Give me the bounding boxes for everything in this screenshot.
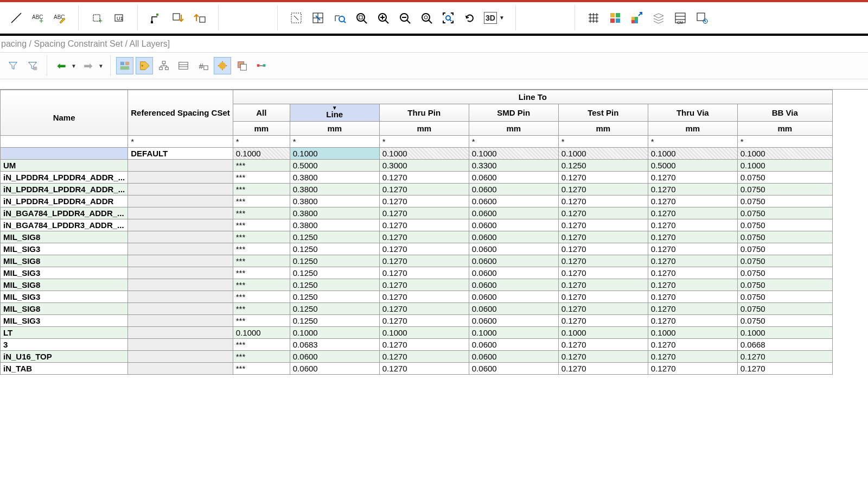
value-cell[interactable]: 0.1270 xyxy=(379,219,469,231)
ref-cell[interactable] xyxy=(128,279,233,291)
value-cell[interactable]: 0.0750 xyxy=(737,291,832,303)
value-cell[interactable]: 0.1270 xyxy=(379,279,469,291)
name-cell[interactable]: iN_LPDDR4_LPDDR4_ADDR_... xyxy=(1,184,128,195)
filter-cell[interactable]: * xyxy=(379,136,469,148)
value-cell[interactable]: 0.0750 xyxy=(737,243,832,255)
table-row[interactable]: UM***0.50000.30000.33000.12500.50000.100… xyxy=(1,160,833,172)
table-row[interactable]: MIL_SIG8***0.12500.12700.06000.12700.127… xyxy=(1,255,833,267)
value-cell[interactable]: 0.1270 xyxy=(379,339,469,351)
add-component-icon[interactable]: + xyxy=(87,8,107,28)
name-cell[interactable]: iN_BGA784_LPDDR4_ADDR_... xyxy=(1,207,128,219)
color-palette-icon[interactable] xyxy=(605,8,625,28)
value-cell[interactable]: 0.1250 xyxy=(290,291,379,303)
value-cell[interactable]: *** xyxy=(233,255,290,267)
value-cell[interactable]: 0.0750 xyxy=(737,172,832,184)
name-cell[interactable]: iN_LPDDR4_LPDDR4_ADDR xyxy=(1,195,128,207)
filter-cell[interactable]: * xyxy=(233,136,290,148)
ref-cell[interactable] xyxy=(128,327,233,339)
name-cell[interactable]: MIL_SIG3 xyxy=(1,267,128,279)
ref-cell[interactable]: DEFAULT xyxy=(128,148,233,160)
name-cell[interactable]: MIL_SIG3 xyxy=(1,291,128,303)
value-cell[interactable]: 0.0600 xyxy=(469,243,558,255)
col-bbvia[interactable]: BB Via xyxy=(737,104,832,122)
value-cell[interactable]: 0.1270 xyxy=(648,255,737,267)
value-cell[interactable]: 0.1000 xyxy=(290,148,379,160)
value-cell[interactable]: 0.1270 xyxy=(648,303,737,315)
name-cell[interactable]: MIL_SIG3 xyxy=(1,315,128,327)
value-cell[interactable]: 0.0600 xyxy=(469,219,558,231)
name-cell[interactable]: MIL_SIG8 xyxy=(1,231,128,243)
value-cell[interactable]: 0.1000 xyxy=(558,327,648,339)
filter-cell[interactable]: * xyxy=(737,136,832,148)
value-cell[interactable]: 0.1270 xyxy=(558,363,648,375)
value-cell[interactable]: 0.1270 xyxy=(558,207,648,219)
table-row[interactable]: MIL_SIG3***0.12500.12700.06000.12700.127… xyxy=(1,267,833,279)
name-cell[interactable]: MIL_SIG3 xyxy=(1,243,128,255)
value-cell[interactable]: 0.0600 xyxy=(469,315,558,327)
view-mode-1-icon[interactable] xyxy=(116,57,133,74)
ref-cell[interactable] xyxy=(128,339,233,351)
value-cell[interactable]: 0.1270 xyxy=(379,231,469,243)
value-cell[interactable]: 0.1250 xyxy=(290,243,379,255)
value-cell[interactable]: *** xyxy=(233,184,290,195)
value-cell[interactable]: 0.1270 xyxy=(379,184,469,195)
value-cell[interactable]: 0.1270 xyxy=(558,184,648,195)
value-cell[interactable]: 0.1270 xyxy=(379,315,469,327)
zoom-in-icon[interactable] xyxy=(373,8,393,28)
value-cell[interactable]: 0.0600 xyxy=(290,351,379,363)
value-cell[interactable]: 0.1270 xyxy=(379,195,469,207)
value-cell[interactable]: 0.0750 xyxy=(737,303,832,315)
value-cell[interactable]: 0.0668 xyxy=(737,339,832,351)
value-cell[interactable]: 0.0600 xyxy=(469,231,558,243)
col-thruvia[interactable]: Thru Via xyxy=(648,104,737,122)
value-cell[interactable]: 0.0683 xyxy=(290,339,379,351)
value-cell[interactable]: 0.1270 xyxy=(558,351,648,363)
value-cell[interactable]: 0.0750 xyxy=(737,231,832,243)
value-cell[interactable]: 0.1000 xyxy=(469,327,558,339)
find-zoom-icon[interactable] xyxy=(330,8,349,28)
filter1-icon[interactable] xyxy=(4,57,22,74)
highlight-icon[interactable] xyxy=(214,57,231,74)
value-cell[interactable]: 0.1270 xyxy=(558,243,648,255)
table-row[interactable]: LT0.10000.10000.10000.10000.10000.10000.… xyxy=(1,327,833,339)
name-cell[interactable] xyxy=(1,148,128,160)
value-cell[interactable]: *** xyxy=(233,279,290,291)
value-cell[interactable]: 0.1270 xyxy=(558,315,648,327)
filter-cell[interactable]: * xyxy=(290,136,379,148)
value-cell[interactable]: 0.0600 xyxy=(469,291,558,303)
ref-cell[interactable] xyxy=(128,184,233,195)
value-cell[interactable]: 0.1270 xyxy=(379,243,469,255)
table-row[interactable]: MIL_SIG3***0.12500.12700.06000.12700.127… xyxy=(1,243,833,255)
ref-cell[interactable] xyxy=(128,231,233,243)
name-cell[interactable]: MIL_SIG8 xyxy=(1,279,128,291)
value-cell[interactable]: 0.1270 xyxy=(648,291,737,303)
value-cell[interactable]: 0.1000 xyxy=(737,148,832,160)
col-thrupin[interactable]: Thru Pin xyxy=(379,104,469,122)
filter-ref[interactable]: * xyxy=(128,136,233,148)
3d-button[interactable]: 3D ▼ xyxy=(482,8,507,28)
col-line[interactable]: ▼ Line xyxy=(290,104,379,122)
value-cell[interactable]: 0.1000 xyxy=(737,160,832,172)
nav-back-button[interactable]: ⬅ xyxy=(53,57,70,74)
filter-cell[interactable]: * xyxy=(469,136,558,148)
value-cell[interactable]: *** xyxy=(233,219,290,231)
value-cell[interactable]: 0.1270 xyxy=(558,231,648,243)
ref-cell[interactable] xyxy=(128,172,233,184)
value-cell[interactable]: 0.1270 xyxy=(558,219,648,231)
route-icon[interactable] xyxy=(146,8,166,28)
ref-cell[interactable] xyxy=(128,255,233,267)
value-cell[interactable]: 0.1270 xyxy=(648,184,737,195)
ref-cell[interactable] xyxy=(128,291,233,303)
ref-cell[interactable] xyxy=(128,195,233,207)
value-cell[interactable]: 0.0600 xyxy=(469,339,558,351)
table-row[interactable]: MIL_SIG8***0.12500.12700.06000.12700.127… xyxy=(1,303,833,315)
constraint-table[interactable]: Name Referenced Spacing CSet Line To All… xyxy=(0,90,833,375)
value-cell[interactable]: 0.1250 xyxy=(290,255,379,267)
value-cell[interactable]: 0.1270 xyxy=(737,363,832,375)
hash-view-icon[interactable]: # xyxy=(194,57,212,74)
layers-icon[interactable] xyxy=(649,8,668,28)
name-cell[interactable]: 3 xyxy=(1,339,128,351)
value-cell[interactable]: 0.0750 xyxy=(737,184,832,195)
value-cell[interactable]: 0.1000 xyxy=(379,148,469,160)
text-edit-icon[interactable]: ABC xyxy=(50,8,69,28)
